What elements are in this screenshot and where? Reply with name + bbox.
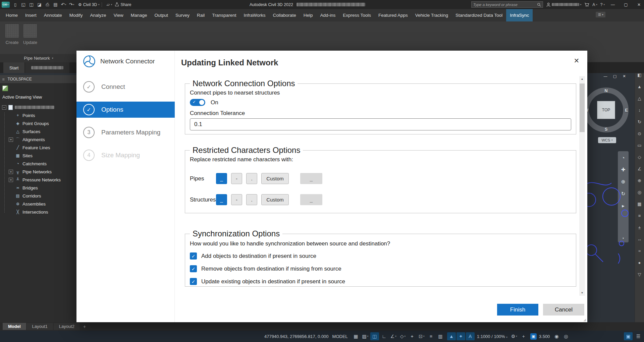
maximize-button[interactable]: ▢ <box>621 0 631 9</box>
grid-tool-icon[interactable]: ▦ <box>636 200 643 208</box>
tree-expand-toggle[interactable] <box>9 121 13 126</box>
cart-button[interactable] <box>584 2 589 7</box>
ribbon-tab[interactable]: Transparent <box>208 9 240 21</box>
ribbon-tab[interactable]: Survey <box>172 9 193 21</box>
open-folder-icon[interactable]: ◱ <box>19 1 27 8</box>
wcs-selector[interactable]: WCS ▾ <box>598 137 616 143</box>
slope-tool-icon[interactable]: ▽ <box>636 271 643 278</box>
tree-item[interactable]: ◈ Point Groups <box>0 119 77 127</box>
grid-display-icon[interactable]: ▦ <box>352 332 360 340</box>
viewcube-east[interactable]: E <box>625 108 628 113</box>
annotation-monitor-icon[interactable]: + <box>519 332 528 340</box>
help-menu[interactable]: ? ▾ <box>600 2 605 7</box>
dash-option-button[interactable]: - <box>231 194 242 205</box>
save-icon[interactable]: ◫ <box>28 1 35 8</box>
viewcube-north[interactable]: N <box>604 88 607 93</box>
tree-item[interactable]: ╱ Feature Lines <box>0 144 77 152</box>
connect-pipes-toggle[interactable]: ✓ <box>190 99 205 106</box>
plot-icon[interactable]: ⎙ <box>44 1 51 8</box>
tree-item[interactable]: + Points <box>0 111 77 119</box>
new-file-icon[interactable]: ▯ <box>11 1 19 8</box>
scroll-down-arrow[interactable]: ▼ <box>579 290 585 296</box>
spline-tool-icon[interactable]: ≈ <box>636 247 643 254</box>
dash-option-button[interactable]: - <box>231 173 242 184</box>
search-icon[interactable] <box>537 3 541 7</box>
drawing-close-button[interactable]: ✕ <box>621 73 628 79</box>
wizard-step[interactable]: 3 Parameters Mapping <box>76 121 175 144</box>
polar-tracking-icon[interactable]: ∠▾ <box>389 332 398 340</box>
annotation-visibility-icon[interactable]: ▲ <box>447 332 456 340</box>
tree-root-drawing[interactable]: − <box>0 103 77 111</box>
undo-icon[interactable]: ↶▾ <box>60 1 67 8</box>
save-as-icon[interactable]: ◪ <box>36 1 43 8</box>
tree-expand-toggle[interactable]: + <box>9 178 13 182</box>
sync-option-row[interactable]: ✓ Update existing objects in destination… <box>190 278 571 285</box>
tree-expand-toggle[interactable] <box>9 210 13 214</box>
dialog-close-button[interactable]: ✕ <box>571 55 582 66</box>
dot-option-button[interactable]: . <box>246 194 257 205</box>
zoom-window-icon[interactable]: △ <box>636 95 643 102</box>
ribbon-tab[interactable]: Insert <box>21 9 40 21</box>
detail-level-badge[interactable]: ▣ <box>530 333 537 340</box>
tree-item[interactable]: ▦ Sites <box>0 152 77 160</box>
tree-item[interactable]: + ╨ Pressure Networks <box>0 176 77 184</box>
tree-expand-toggle[interactable] <box>9 186 13 190</box>
tree-expand-toggle[interactable] <box>9 154 13 158</box>
new-layout-button[interactable]: + <box>83 324 86 329</box>
pan-vertical-icon[interactable]: ↕ <box>636 106 643 114</box>
panel-title-bar[interactable]: Pipe Network ▾ <box>0 54 77 62</box>
close-button[interactable]: ✕ <box>634 0 644 9</box>
tree-expand-toggle[interactable] <box>9 194 13 198</box>
sync-option-row[interactable]: ✓ Remove objects from destination if mis… <box>190 265 571 272</box>
ribbon-tab[interactable]: Analyze <box>87 9 110 21</box>
object-snap-tracking-icon[interactable]: ⌖ <box>408 332 417 340</box>
ribbon-tab[interactable]: Standardized Data Tool <box>452 9 506 21</box>
tree-expand-toggle[interactable] <box>9 113 13 118</box>
custom-character-field[interactable]: _ <box>300 173 322 184</box>
custom-option-button[interactable]: Custom <box>261 194 289 205</box>
transparency-icon[interactable]: ▥ <box>436 332 445 340</box>
snap-mode-icon[interactable]: ▨▾ <box>361 332 370 340</box>
hardware-acceleration-icon[interactable]: ▣ <box>624 332 633 340</box>
wizard-step[interactable]: ✓ Options <box>76 102 175 118</box>
resize-grip[interactable]: ◢ <box>583 318 586 322</box>
layout-tab[interactable]: Layout1 <box>27 323 53 330</box>
tree-expand-toggle[interactable] <box>9 146 13 150</box>
ribbon-tab[interactable]: Express Tools <box>339 9 375 21</box>
workspace-switcher[interactable]: ⚙ Civil 3D ▾ <box>78 2 100 7</box>
ribbon-tab[interactable]: InfraWorks <box>240 9 269 21</box>
ribbon-tab[interactable]: Vehicle Tracking <box>412 9 452 21</box>
tree-expand-toggle[interactable] <box>9 129 13 134</box>
tree-expand-toggle[interactable] <box>9 202 13 206</box>
sync-option-row[interactable]: ✓ Add objects to destination if present … <box>190 252 571 260</box>
toolspace-header[interactable]: ≣ TOOLSPACE <box>0 75 77 83</box>
annotation-scale-icon[interactable]: A <box>466 332 475 340</box>
ribbon-tab[interactable]: Annotate <box>40 9 66 21</box>
connection-tolerance-input[interactable] <box>190 118 571 130</box>
file-menu-button[interactable]: ▱ ▾ <box>107 2 112 7</box>
ribbon-tab[interactable]: Featured Apps <box>375 9 412 21</box>
ribbon-tab[interactable]: Manage <box>127 9 151 21</box>
search-input[interactable] <box>473 3 536 7</box>
redo-icon[interactable]: ↷▾ <box>68 1 75 8</box>
lineweight-icon[interactable]: ≡ <box>427 332 435 340</box>
orbit-tool-icon[interactable]: ↻ <box>636 118 643 125</box>
checkbox-icon[interactable]: ✓ <box>190 252 197 260</box>
layout-tab[interactable]: Model <box>3 323 26 330</box>
isolate-objects-icon[interactable]: ◎ <box>561 332 570 340</box>
graphics-performance-icon[interactable]: ◉ <box>552 332 561 340</box>
add-node-icon[interactable]: ⊕ <box>636 177 643 184</box>
collapse-toggle[interactable]: − <box>2 105 6 110</box>
circle-tool-icon[interactable]: ◎ <box>636 188 643 196</box>
checkbox-icon[interactable]: ✓ <box>190 265 197 272</box>
ortho-mode-icon[interactable]: ∟ <box>380 332 388 340</box>
view-selector[interactable]: Active Drawing View <box>0 93 77 101</box>
viewcube-top-face[interactable]: TOP <box>597 101 615 119</box>
tree-expand-toggle[interactable] <box>9 162 13 166</box>
tree-item[interactable]: ≍ Bridges <box>0 184 77 192</box>
drawing-restore-button[interactable]: ▢ <box>611 73 618 79</box>
create-button[interactable]: Create <box>3 24 21 45</box>
tree-item[interactable]: ⊕ Assemblies <box>0 200 77 208</box>
viewcube-south[interactable]: S <box>605 127 608 132</box>
zoom-extents-icon[interactable]: ▲ <box>636 83 643 90</box>
